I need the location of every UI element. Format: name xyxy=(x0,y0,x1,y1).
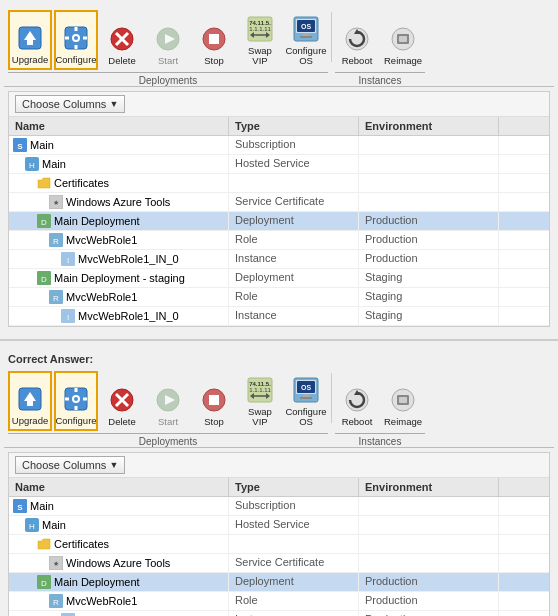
table-row[interactable]: DMain DeploymentDeploymentProduction xyxy=(9,212,549,231)
table-row[interactable]: RMvcWebRole1RoleProduction xyxy=(9,592,549,611)
reimage-icon xyxy=(388,24,418,54)
delete-icon xyxy=(107,385,137,415)
toolbar-btn-configure[interactable]: Configure xyxy=(54,10,98,70)
toolbar-group-label-0: Deployments xyxy=(8,433,328,447)
reimage-icon xyxy=(388,385,418,415)
environment-cell: Production xyxy=(359,592,499,610)
toolbar-btn-reboot[interactable]: Reboot xyxy=(335,18,379,70)
svg-text:R: R xyxy=(53,294,59,303)
toolbar-btn-configure-os[interactable]: OS Configure OS xyxy=(284,10,328,70)
type-cell xyxy=(229,535,359,553)
toolbar-btn-upgrade[interactable]: Upgrade xyxy=(8,371,52,431)
toolbar-btn-delete[interactable]: Delete xyxy=(100,371,144,431)
toolbar-btn-delete[interactable]: Delete xyxy=(100,10,144,70)
toolbar-btn-stop[interactable]: Stop xyxy=(192,371,236,431)
configure-label: Configure xyxy=(55,55,96,65)
row-name: MvcWebRole1_IN_0 xyxy=(78,253,179,265)
toolbar-btn-upgrade[interactable]: Upgrade xyxy=(8,10,52,70)
toolbar-btn-stop[interactable]: Stop xyxy=(192,10,236,70)
svg-rect-76 xyxy=(303,394,309,397)
table-row[interactable]: Certificates xyxy=(9,535,549,554)
row-name: MvcWebRole1 xyxy=(66,291,137,303)
table-row[interactable]: ★Windows Azure ToolsService Certificate xyxy=(9,193,549,212)
table-row[interactable]: HMainHosted Service xyxy=(9,155,549,174)
toolbar-btn-swap-vip[interactable]: 74.11.5. 1.1.1.11 Swap VIP xyxy=(238,371,282,431)
svg-rect-25 xyxy=(303,33,309,36)
svg-rect-60 xyxy=(83,398,87,401)
svg-rect-58 xyxy=(75,406,78,410)
name-cell: RMvcWebRole1 xyxy=(9,288,229,306)
table-row[interactable]: IMvcWebRole1_IN_0InstanceProduction xyxy=(9,611,549,616)
choose-columns-bar: Choose Columns▼ xyxy=(9,92,549,117)
toolbar-btn-reboot[interactable]: Reboot xyxy=(335,379,379,431)
table-row[interactable]: DMain Deployment - stagingDeploymentStag… xyxy=(9,269,549,288)
table-body: SMainSubscriptionHMainHosted ServiceCert… xyxy=(9,136,549,326)
toolbar: Upgrade Configure Delete Start Stop xyxy=(4,6,554,87)
svg-rect-6 xyxy=(75,27,78,31)
table-row[interactable]: ★Windows Azure ToolsService Certificate xyxy=(9,554,549,573)
reimage-label: Reimage xyxy=(384,417,422,427)
type-cell: Role xyxy=(229,231,359,249)
toolbar-btn-configure-os[interactable]: OS Configure OS xyxy=(284,371,328,431)
svg-rect-7 xyxy=(75,45,78,49)
toolbar-btn-configure[interactable]: Configure xyxy=(54,371,98,431)
hosted-icon: H xyxy=(25,157,39,171)
column-header-type: Type xyxy=(229,117,359,135)
toolbar-btn-swap-vip[interactable]: 74.11.5. 1.1.1.11 Swap VIP xyxy=(238,10,282,70)
deployment-icon: D xyxy=(37,214,51,228)
choose-columns-label: Choose Columns xyxy=(22,98,106,110)
swap-vip-icon: 74.11.5. 1.1.1.11 xyxy=(245,14,275,44)
table-row[interactable]: SMainSubscription xyxy=(9,136,549,155)
type-cell: Deployment xyxy=(229,573,359,591)
start-label: Start xyxy=(158,56,178,66)
type-cell: Instance xyxy=(229,250,359,268)
row-name: Main xyxy=(42,519,66,531)
table-row[interactable]: Certificates xyxy=(9,174,549,193)
table-row[interactable]: SMainSubscription xyxy=(9,497,549,516)
toolbar-group-label-0: Deployments xyxy=(8,72,328,86)
table-row[interactable]: IMvcWebRole1_IN_0InstanceStaging xyxy=(9,307,549,326)
tree-table: Choose Columns▼NameTypeEnvironmentSMainS… xyxy=(8,91,550,327)
column-header-type: Type xyxy=(229,478,359,496)
toolbar-btn-reimage[interactable]: Reimage xyxy=(381,18,425,70)
svg-text:★: ★ xyxy=(53,199,59,206)
upgrade-label: Upgrade xyxy=(12,416,48,426)
svg-text:D: D xyxy=(41,218,47,227)
name-cell: IMvcWebRole1_IN_0 xyxy=(9,611,229,616)
environment-cell: Production xyxy=(359,212,499,230)
svg-rect-83 xyxy=(399,397,407,403)
svg-text:R: R xyxy=(53,237,59,246)
instance-icon: I xyxy=(61,252,75,266)
choose-columns-button[interactable]: Choose Columns▼ xyxy=(15,95,125,113)
svg-text:S: S xyxy=(17,503,23,512)
type-cell xyxy=(229,174,359,192)
toolbar-btn-start: Start xyxy=(146,10,190,70)
configure-icon xyxy=(61,23,91,53)
stop-icon xyxy=(199,24,229,54)
choose-columns-label: Choose Columns xyxy=(22,459,106,471)
row-name: Main Deployment xyxy=(54,215,140,227)
row-name: MvcWebRole1 xyxy=(66,595,137,607)
choose-columns-button[interactable]: Choose Columns▼ xyxy=(15,456,125,474)
svg-rect-67 xyxy=(209,395,219,405)
type-cell: Deployment xyxy=(229,212,359,230)
upgrade-icon xyxy=(15,23,45,53)
table-row[interactable]: IMvcWebRole1_IN_0InstanceProduction xyxy=(9,250,549,269)
correct-answer-label: Correct Answer: xyxy=(4,347,554,367)
environment-cell: Production xyxy=(359,573,499,591)
cert-icon: ★ xyxy=(49,556,63,570)
type-cell: Service Certificate xyxy=(229,193,359,211)
role-icon: R xyxy=(49,290,63,304)
table-row[interactable]: RMvcWebRole1RoleProduction xyxy=(9,231,549,250)
toolbar-btn-reimage[interactable]: Reimage xyxy=(381,379,425,431)
type-cell: Service Certificate xyxy=(229,554,359,572)
folder-icon xyxy=(37,176,51,190)
table-row[interactable]: RMvcWebRole1RoleStaging xyxy=(9,288,549,307)
name-cell: RMvcWebRole1 xyxy=(9,592,229,610)
table-row[interactable]: HMainHosted Service xyxy=(9,516,549,535)
svg-rect-26 xyxy=(300,36,312,38)
dropdown-arrow-icon: ▼ xyxy=(109,460,118,470)
table-row[interactable]: DMain DeploymentDeploymentProduction xyxy=(9,573,549,592)
delete-label: Delete xyxy=(108,56,135,66)
reboot-label: Reboot xyxy=(342,417,373,427)
